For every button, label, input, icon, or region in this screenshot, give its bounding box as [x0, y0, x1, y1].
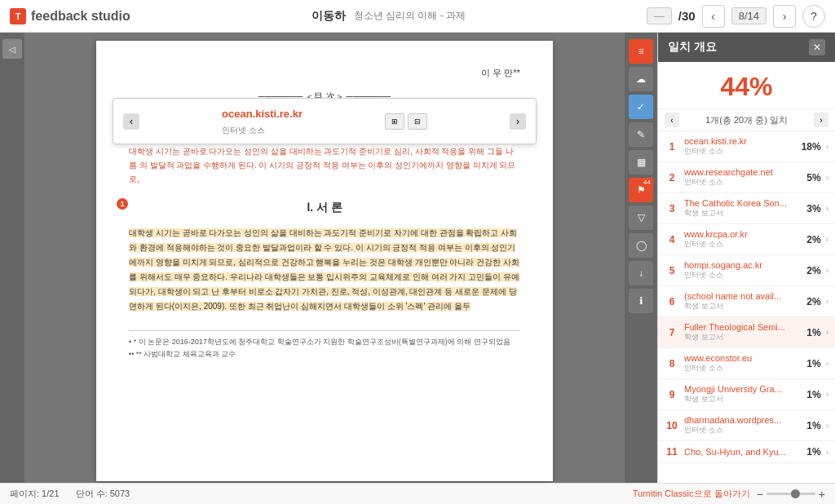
- doc-subtitle: 청소년 심리의 이해 - 과제: [354, 9, 466, 23]
- match-num: 3: [665, 203, 679, 214]
- match-source-name: dharmadana.wordpres...: [684, 415, 790, 425]
- zoom-controls: − +: [757, 488, 825, 501]
- match-pct: 1%: [795, 327, 821, 338]
- zoom-slider[interactable]: [767, 493, 815, 495]
- left-icon-1[interactable]: ◁: [2, 39, 22, 59]
- total-pages: /30: [678, 9, 696, 23]
- doc-wrapper: ◁ 이 우 만** ─────── ＜目 次＞ ─────── ‹ ocean.…: [0, 33, 657, 483]
- help-button[interactable]: ?: [802, 5, 825, 28]
- panel-match-nav: ‹ 1개(총 20개 중) 일치 ›: [658, 109, 835, 131]
- match-chevron-icon: ›: [826, 328, 828, 337]
- toolbar-icon-check[interactable]: ✓: [629, 95, 653, 119]
- match-source-type: 인터넷 소스: [684, 270, 790, 281]
- body-text-2: 대학생 시기는 곧바로 다가오는 성인의 삶을 대비하는 과도기적 준비기로 심…: [129, 144, 520, 186]
- popup-prev-button[interactable]: ‹: [123, 113, 139, 130]
- match-chevron-icon: ›: [826, 390, 828, 399]
- match-num: 8: [665, 358, 679, 369]
- left-sidebar: ◁: [0, 33, 24, 483]
- match-source-name: hompi.sogang.ac.kr: [684, 260, 790, 270]
- match-num: 10: [665, 420, 679, 431]
- doc-content: 이 우 만** ─────── ＜目 次＞ ─────── ‹ ocean.ki…: [96, 41, 553, 481]
- match-chevron-icon: ›: [826, 142, 828, 151]
- match-item[interactable]: 3 The Catholic Korea Son... 학생 보고서 3% ›: [658, 193, 835, 224]
- match-pct: 1%: [795, 420, 821, 431]
- doc-page: 이 우 만** ─────── ＜目 次＞ ─────── ‹ ocean.ki…: [24, 33, 625, 483]
- match-source-type: 인터넷 소스: [684, 363, 790, 374]
- match-source: Cho, Su-Hyun, and Kyu...: [684, 447, 790, 457]
- footer-right: Turnitin Classic으로 돌아가기 − +: [633, 488, 825, 501]
- logo-text: feedback studio: [31, 9, 130, 24]
- match-source-type: 학생 보고서: [684, 301, 790, 312]
- zoom-in-button[interactable]: +: [819, 488, 825, 501]
- doc-area: ◁ 이 우 만** ─────── ＜目 次＞ ─────── ‹ ocean.…: [0, 33, 657, 483]
- turnitin-classic-link[interactable]: Turnitin Classic으로 돌아가기: [633, 488, 750, 500]
- match-source: (school name not avail... 학생 보고서: [684, 291, 790, 312]
- match-chevron-icon: ›: [826, 235, 828, 244]
- popup-icon-btn-2[interactable]: ⊟: [408, 113, 427, 130]
- zoom-out-button[interactable]: −: [757, 488, 763, 501]
- match-nav-next[interactable]: ›: [814, 113, 828, 127]
- match-item[interactable]: 2 www.researchgate.net 인터넷 소스 5% ›: [658, 162, 835, 193]
- toolbar-icon-circle[interactable]: ◯: [629, 233, 653, 258]
- match-item[interactable]: 9 Myongji University Gra... 학생 보고서 1% ›: [658, 379, 835, 410]
- logo-icon: T: [10, 8, 26, 24]
- toolbar-icon-layers[interactable]: ≡: [629, 39, 653, 64]
- toolbar-icon-info[interactable]: ℹ: [629, 289, 653, 313]
- toolbar-icon-flag[interactable]: ⚑ 44: [629, 178, 653, 202]
- toolbar-icon-grid[interactable]: ▦: [629, 150, 653, 175]
- section-marker: 1: [117, 198, 128, 210]
- match-source-type: 학생 보고서: [684, 332, 790, 343]
- match-source-type: 인터넷 소스: [684, 425, 790, 435]
- match-info[interactable]: 8/14: [731, 7, 767, 24]
- next-page-button[interactable]: ›: [773, 5, 796, 28]
- match-item[interactable]: 5 hompi.sogang.ac.kr 인터넷 소스 2% ›: [658, 255, 835, 286]
- match-source-type: 인터넷 소스: [684, 146, 790, 157]
- match-item[interactable]: 6 (school name not avail... 학생 보고서 2% ›: [658, 286, 835, 317]
- match-chevron-icon: ›: [826, 173, 828, 182]
- body-main: 대학생 시기는 곧바로 다가오는 성인의 삶을 대비하는 과도기적 준비기로 자…: [129, 226, 520, 314]
- match-source-name: www.researchgate.net: [684, 167, 790, 177]
- match-source-type: 학생 보고서: [684, 208, 790, 219]
- toolbar-icon-download[interactable]: ↓: [629, 261, 653, 285]
- match-item[interactable]: 8 www.econstor.eu 인터넷 소스 1% ›: [658, 348, 835, 379]
- page-info: 페이지: 1/21: [10, 488, 60, 500]
- page-dash[interactable]: —: [647, 7, 672, 24]
- match-source: dharmadana.wordpres... 인터넷 소스: [684, 415, 790, 435]
- match-pct: 2%: [795, 234, 821, 245]
- zoom-thumb: [791, 489, 800, 498]
- right-toolbar: ≡ ☁ ✓ ✎ ▦ ⚑ 44 ▽ ◯ ↓ ℹ: [625, 33, 657, 483]
- popup-icon-btn-1[interactable]: ⊞: [385, 113, 404, 130]
- match-item[interactable]: 10 dharmadana.wordpres... 인터넷 소스 1% ›: [658, 410, 835, 441]
- match-item[interactable]: 4 www.krcpa.or.kr 인터넷 소스 2% ›: [658, 224, 835, 255]
- match-list: 1 ocean.kisti.re.kr 인터넷 소스 18% › 2 www.r…: [658, 131, 835, 483]
- main: ◁ 이 우 만** ─────── ＜目 次＞ ─────── ‹ ocean.…: [0, 33, 835, 483]
- match-source: The Catholic Korea Son... 학생 보고서: [684, 198, 790, 219]
- match-num: 5: [665, 265, 679, 276]
- match-source: hompi.sogang.ac.kr 인터넷 소스: [684, 260, 790, 281]
- match-pct: 1%: [795, 358, 821, 369]
- toolbar-badge: 44: [641, 178, 653, 187]
- highlighted-main: 대학생 시기는 곧바로 다가오는 성인의 삶을 대비하는 과도기적 준비기로 자…: [129, 228, 519, 311]
- match-num: 6: [665, 296, 679, 307]
- toolbar-icon-cloud[interactable]: ☁: [629, 67, 653, 91]
- match-item[interactable]: 7 Fuller Theological Semi... 학생 보고서 1% ›: [658, 317, 835, 348]
- match-source-name: The Catholic Korea Son...: [684, 198, 790, 208]
- panel-percentage: 44%: [658, 62, 835, 109]
- match-item[interactable]: 1 ocean.kisti.re.kr 인터넷 소스 18% ›: [658, 131, 835, 162]
- toolbar-icon-filter[interactable]: ▽: [629, 206, 653, 230]
- prev-page-button[interactable]: ‹: [702, 5, 725, 28]
- match-chevron-icon: ›: [826, 421, 828, 430]
- match-source-name: Cho, Su-Hyun, and Kyu...: [684, 447, 790, 457]
- popup-next-button[interactable]: ›: [510, 113, 526, 130]
- match-chevron-icon: ›: [826, 448, 828, 457]
- match-pct: 1%: [795, 446, 821, 458]
- toolbar-icon-edit[interactable]: ✎: [629, 122, 653, 147]
- source-popup[interactable]: ‹ ocean.kisti.re.kr 인터넷 소스 ⊞ ⊟ ›: [113, 98, 537, 144]
- match-nav-prev[interactable]: ‹: [665, 113, 679, 127]
- match-item[interactable]: 11 Cho, Su-Hyun, and Kyu... 1% ›: [658, 441, 835, 463]
- match-source-name: www.krcpa.or.kr: [684, 229, 790, 239]
- panel-close-button[interactable]: ✕: [809, 39, 825, 55]
- match-source: Myongji University Gra... 학생 보고서: [684, 384, 790, 405]
- popup-source-info: ocean.kisti.re.kr 인터넷 소스: [222, 105, 303, 137]
- match-pct: 5%: [795, 172, 821, 183]
